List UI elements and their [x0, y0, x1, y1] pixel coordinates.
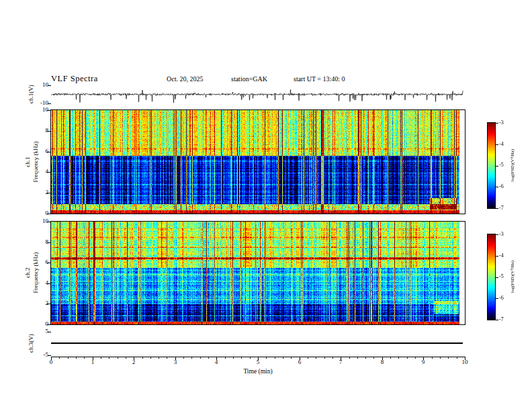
- tick-mark: [250, 357, 251, 359]
- tick-mark: [109, 357, 109, 359]
- y-tick-label: -10: [30, 100, 48, 106]
- tick-mark: [208, 357, 209, 359]
- ch3-flatline: [51, 342, 463, 344]
- colorbar-tick-label: -6: [499, 295, 504, 301]
- vlf-spectra-figure: VLF Spectra Oct. 20, 2025 station=GAK st…: [0, 0, 532, 411]
- tick-mark: [47, 324, 50, 325]
- ch2-frequency-axis-label: Frequency (kHz): [33, 252, 39, 293]
- tick-mark: [134, 357, 134, 360]
- colorbar-tick-label: -3: [499, 120, 504, 126]
- tick-mark: [150, 357, 151, 359]
- colorbar-tick-label: -7: [499, 205, 504, 211]
- tick-mark: [465, 357, 466, 360]
- x-tick-label: 2: [127, 359, 140, 365]
- ch3-voltage-axis-label: ch.3(V): [28, 334, 34, 353]
- tick-mark: [407, 357, 408, 359]
- colorbar-tick-label: -5: [499, 163, 504, 168]
- ch1-waveform-plot: [51, 85, 465, 103]
- y-tick-label: 8: [30, 128, 48, 134]
- date-label: Oct. 20, 2025: [167, 76, 203, 83]
- ch1-spectrogram: [51, 110, 465, 214]
- tick-mark: [167, 357, 167, 359]
- x-tick-label: 3: [169, 359, 182, 365]
- x-tick-label: 4: [210, 359, 223, 365]
- tick-mark: [432, 357, 433, 359]
- tick-mark: [440, 357, 441, 359]
- x-tick-label: 6: [293, 359, 306, 365]
- tick-mark: [200, 357, 201, 359]
- tick-mark: [47, 131, 50, 132]
- colorbar-tick-label: -4: [499, 142, 504, 147]
- tick-mark: [415, 357, 416, 359]
- tick-mark: [275, 357, 275, 359]
- tick-mark: [266, 357, 267, 359]
- tick-mark: [68, 357, 69, 359]
- y-tick-label: 4: [30, 280, 48, 286]
- tick-mark: [496, 320, 498, 320]
- ch2-spectrogram: [51, 222, 465, 324]
- y-tick-label: 10: [30, 218, 48, 224]
- tick-mark: [47, 172, 50, 173]
- tick-mark: [48, 85, 51, 86]
- tick-mark: [51, 357, 52, 360]
- y-tick-label: 10: [30, 82, 48, 88]
- tick-mark: [225, 357, 226, 359]
- ch1-frequency-axis-label: Frequency (kHz): [33, 141, 39, 182]
- tick-mark: [48, 332, 51, 332]
- tick-mark: [308, 357, 308, 359]
- tick-mark: [496, 144, 498, 145]
- colorbar-1: [488, 123, 495, 208]
- tick-mark: [175, 357, 176, 360]
- tick-mark: [76, 357, 77, 359]
- y-tick-label: 4: [30, 169, 48, 175]
- tick-mark: [448, 357, 449, 359]
- page-title: VLF Spectra: [51, 75, 98, 83]
- tick-mark: [496, 234, 498, 235]
- tick-mark: [47, 283, 50, 284]
- y-tick-label: 2: [30, 300, 48, 306]
- tick-mark: [373, 357, 374, 359]
- tick-mark: [398, 357, 399, 359]
- station-label: station=GAK: [231, 76, 267, 83]
- tick-mark: [496, 187, 498, 187]
- colorbar-tick-label: -5: [499, 274, 504, 279]
- tick-mark: [496, 298, 498, 299]
- tick-mark: [47, 304, 50, 304]
- y-tick-label: 0: [30, 321, 48, 327]
- y-tick-label: 10: [30, 107, 48, 113]
- tick-mark: [349, 357, 350, 359]
- x-tick-label: 9: [416, 359, 430, 365]
- tick-mark: [233, 357, 234, 359]
- tick-mark: [47, 242, 50, 243]
- tick-mark: [390, 357, 391, 359]
- tick-mark: [324, 357, 325, 359]
- tick-mark: [59, 357, 60, 359]
- tick-mark: [47, 110, 50, 111]
- colorbar-2: [488, 234, 495, 320]
- y-tick-label: 0: [30, 210, 48, 216]
- colorbar-1-axis-label: log(PSD)(V²/Hz): [511, 149, 515, 181]
- tick-mark: [496, 277, 498, 278]
- colorbar-tick-label: -7: [499, 317, 504, 322]
- x-tick-label: 8: [375, 359, 389, 365]
- y-tick-label: 5: [30, 328, 48, 334]
- tick-mark: [258, 357, 259, 360]
- tick-mark: [84, 357, 85, 359]
- tick-mark: [341, 357, 341, 360]
- x-tick-label: 10: [458, 359, 472, 365]
- tick-mark: [47, 193, 50, 193]
- tick-mark: [300, 357, 300, 360]
- tick-mark: [357, 357, 358, 359]
- tick-mark: [496, 208, 498, 209]
- tick-mark: [496, 123, 498, 124]
- tick-mark: [183, 357, 184, 359]
- tick-mark: [142, 357, 143, 359]
- ch2-channel-label: ch.2: [25, 267, 31, 277]
- time-axis-label: Time (min): [51, 369, 465, 375]
- tick-mark: [283, 357, 283, 359]
- y-tick-label: 6: [30, 259, 48, 265]
- ch1-channel-label: ch.1: [25, 156, 31, 167]
- tick-mark: [241, 357, 242, 359]
- tick-mark: [457, 357, 457, 359]
- x-tick-label: 0: [44, 359, 58, 365]
